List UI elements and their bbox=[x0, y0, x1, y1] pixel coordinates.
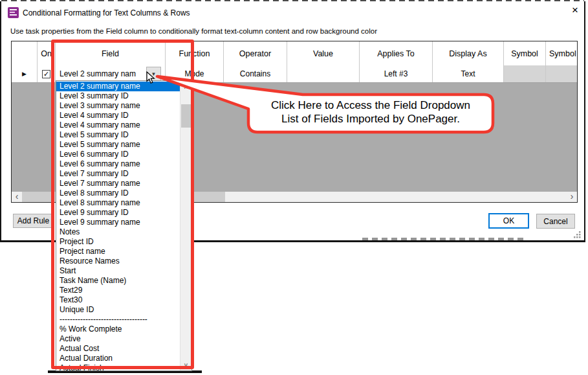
on-checkbox[interactable]: ✓ bbox=[42, 70, 50, 78]
scroll-up-arrow-icon[interactable]: ∧ bbox=[180, 81, 191, 92]
column-header-applies-to: Applies To bbox=[360, 41, 433, 65]
table-header-row: On Field Function Operator Value Applies… bbox=[12, 41, 577, 65]
dropdown-item[interactable]: Resource Names bbox=[56, 256, 180, 266]
ok-button[interactable]: OK bbox=[488, 213, 529, 229]
on-cell[interactable]: ✓ bbox=[38, 65, 56, 82]
dropdown-item[interactable]: Text29 bbox=[56, 286, 180, 295]
chevron-down-icon: ▼ bbox=[151, 71, 157, 77]
column-header-function: Function bbox=[166, 41, 224, 65]
dropdown-item[interactable]: Level 9 summary ID bbox=[56, 208, 180, 218]
dropdown-item[interactable]: Level 9 summary name bbox=[56, 218, 180, 227]
dropdown-item[interactable]: Task Name (Name) bbox=[56, 276, 180, 286]
dropdown-item[interactable]: Level 2 summary name bbox=[56, 82, 180, 91]
scroll-right-arrow-icon[interactable]: › bbox=[567, 192, 577, 202]
applies-to-cell[interactable]: Left #3 bbox=[360, 65, 433, 82]
column-header-selector bbox=[12, 41, 38, 65]
dialog-titlebar[interactable]: Conditional Formatting for Text Columns … bbox=[1, 2, 584, 20]
resize-grip[interactable] bbox=[572, 229, 582, 239]
dropdown-item[interactable]: Actual Finish bbox=[56, 363, 180, 370]
column-header-field: Field bbox=[56, 41, 166, 65]
dropdown-item[interactable]: Level 5 summary ID bbox=[56, 130, 180, 140]
dropdown-item[interactable]: Actual Duration bbox=[56, 354, 180, 363]
dropdown-items: Level 2 summary nameLevel 3 summary IDLe… bbox=[56, 81, 180, 370]
dropdown-item[interactable]: Level 8 summary ID bbox=[56, 188, 180, 198]
dropdown-item[interactable]: Level 6 summary ID bbox=[56, 150, 180, 159]
callout-line2: List of Fields Imported by OnePager. bbox=[248, 112, 493, 126]
callout-line1: Click Here to Access the Field Dropdown bbox=[248, 98, 493, 112]
add-rule-button[interactable]: Add Rule bbox=[13, 214, 54, 228]
dropdown-item[interactable]: Text30 bbox=[56, 295, 180, 305]
dropdown-item[interactable]: Level 7 summary ID bbox=[56, 169, 180, 179]
value-cell[interactable] bbox=[287, 65, 360, 82]
dropdown-scrollbar-thumb[interactable] bbox=[181, 104, 191, 128]
dropdown-scrollbar[interactable]: ∧ ∨ bbox=[180, 81, 191, 370]
dropdown-item[interactable]: Level 7 summary name bbox=[56, 179, 180, 188]
dropdown-item[interactable]: Level 5 summary name bbox=[56, 140, 180, 150]
dropdown-item[interactable]: % Work Complete bbox=[56, 324, 180, 334]
scroll-down-arrow-icon[interactable]: ∨ bbox=[180, 359, 191, 370]
dropdown-item[interactable]: Level 6 summary name bbox=[56, 159, 180, 169]
column-header-display-as: Display As bbox=[433, 41, 504, 65]
column-header-symbol-color: Symbol Color bbox=[546, 41, 578, 65]
dropdown-item[interactable]: Start bbox=[56, 266, 180, 276]
dialog-instruction: Use task properties from the Field colum… bbox=[10, 27, 377, 35]
field-dropdown-list: Level 2 summary nameLevel 3 summary IDLe… bbox=[56, 80, 192, 371]
field-dropdown-button[interactable]: ▼ bbox=[146, 67, 161, 81]
cropped-text-fragment-bottom bbox=[362, 238, 524, 240]
column-header-symbol: Symbol bbox=[504, 41, 546, 65]
column-header-value: Value bbox=[287, 41, 360, 65]
close-button[interactable]: × bbox=[567, 3, 583, 17]
column-header-operator: Operator bbox=[224, 41, 287, 65]
row-marker-icon: ▶ bbox=[22, 71, 27, 77]
dropdown-item[interactable]: Level 3 summary ID bbox=[56, 91, 180, 101]
callout-text: Click Here to Access the Field Dropdown … bbox=[248, 98, 493, 126]
symbol-cell bbox=[504, 65, 546, 82]
dropdown-item[interactable]: Active bbox=[56, 334, 180, 344]
onepager-app-icon bbox=[8, 7, 19, 18]
column-header-on: On bbox=[38, 41, 56, 65]
operator-cell[interactable]: Contains bbox=[224, 65, 287, 82]
dropdown-item[interactable]: Project name bbox=[56, 247, 180, 256]
dialog-title: Conditional Formatting for Text Columns … bbox=[23, 8, 190, 17]
symbol-color-cell bbox=[546, 65, 578, 82]
dropdown-item[interactable]: Level 4 summary ID bbox=[56, 111, 180, 120]
dropdown-item[interactable]: Notes bbox=[56, 227, 180, 237]
scroll-left-arrow-icon[interactable]: ‹ bbox=[12, 192, 22, 202]
row-selector-cell[interactable]: ▶ bbox=[12, 65, 38, 82]
dropdown-item[interactable]: ---------------------------------- bbox=[56, 315, 180, 324]
dropdown-item[interactable]: Level 4 summary name bbox=[56, 120, 180, 130]
dropdown-item[interactable]: Unique ID bbox=[56, 305, 180, 315]
dropdown-item[interactable]: Actual Cost bbox=[56, 344, 180, 354]
dropdown-item[interactable]: Level 3 summary name bbox=[56, 101, 180, 111]
cancel-button[interactable]: Cancel bbox=[536, 214, 575, 229]
screenshot-canvas: Conditional Formatting for Text Columns … bbox=[0, 0, 588, 375]
dropdown-item[interactable]: Project ID bbox=[56, 237, 180, 247]
dropdown-item[interactable]: Level 8 summary name bbox=[56, 198, 180, 208]
display-as-cell[interactable]: Text bbox=[433, 65, 504, 82]
field-value: Level 2 summary nam bbox=[60, 69, 145, 78]
